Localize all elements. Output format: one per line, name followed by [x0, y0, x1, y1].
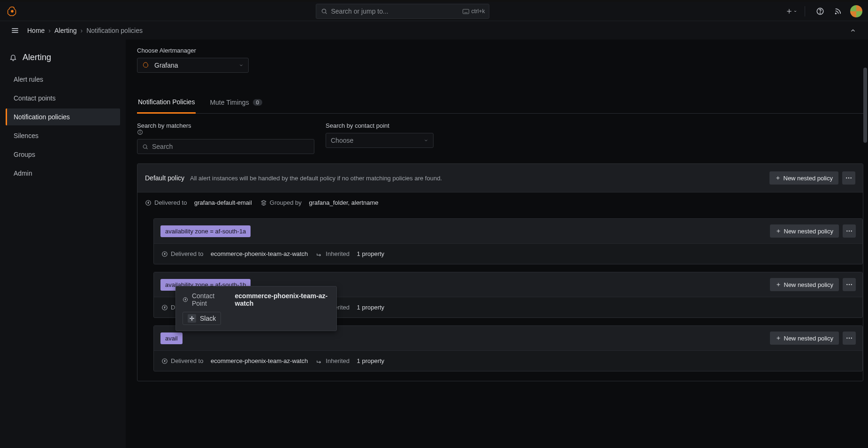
svg-point-1 — [322, 9, 326, 13]
crumb-alerting[interactable]: Alerting — [54, 27, 76, 34]
svg-point-27 — [846, 231, 847, 232]
hamburger-menu[interactable] — [8, 24, 22, 37]
tab-notification-policies[interactable]: Notification Policies — [137, 92, 196, 114]
chevron-down-icon — [424, 138, 428, 143]
sidebar-item-groups[interactable]: Groups — [6, 146, 120, 163]
user-avatar[interactable] — [850, 5, 862, 17]
svg-point-0 — [11, 10, 14, 13]
slack-icon — [188, 314, 196, 323]
search-cp-label: Search by contact point — [326, 122, 434, 129]
svg-line-2 — [325, 13, 327, 14]
new-nested-policy-button[interactable]: New nested policy — [770, 278, 839, 291]
search-matchers-input[interactable]: Search — [137, 139, 314, 154]
svg-point-20 — [846, 178, 847, 178]
new-nested-policy-button[interactable]: New nested policy — [770, 224, 839, 238]
svg-rect-3 — [463, 9, 469, 13]
search-cp-select[interactable]: Choose — [326, 133, 434, 148]
contact-point-popover: Contact Point ecommerce-phoenix-team-az-… — [175, 286, 337, 331]
svg-point-36 — [851, 284, 852, 285]
svg-point-29 — [851, 231, 852, 232]
policy-row: availability zone = af-south-1a New nest… — [153, 218, 863, 264]
svg-rect-48 — [191, 316, 192, 318]
sidebar-item-alert-rules[interactable]: Alert rules — [6, 71, 120, 88]
divider — [805, 6, 805, 16]
matcher-chip: avail — [160, 332, 183, 344]
grouped-by: Grouped by grafana_folder, alertname — [260, 199, 379, 206]
inherited: Inherited 1 property — [316, 250, 384, 257]
crumb-home[interactable]: Home — [27, 27, 45, 34]
svg-line-17 — [146, 147, 147, 148]
scrollbar[interactable] — [863, 39, 867, 448]
delivered-to: Delivered to grafana-default-email — [145, 199, 252, 206]
popover-label: Contact Point — [192, 292, 226, 307]
tab-mute-timings[interactable]: Mute Timings 0 — [209, 92, 263, 113]
matcher-chip: availability zone = af-south-1a — [160, 225, 251, 237]
svg-point-34 — [846, 284, 847, 285]
scrollbar-thumb[interactable] — [863, 68, 867, 143]
sidebar-item-admin[interactable]: Admin — [6, 165, 120, 182]
inherited: Inherited 1 property — [316, 357, 384, 364]
delivered-to: Delivered to ecommerce-phoenix-team-az-w… — [161, 250, 308, 257]
more-actions-button[interactable] — [843, 278, 856, 291]
chevron-down-icon — [239, 63, 244, 68]
svg-rect-49 — [190, 318, 192, 319]
new-nested-policy-button[interactable]: New nested policy — [770, 332, 839, 345]
more-actions-button[interactable] — [842, 171, 855, 185]
search-matchers-label: Search by matchers — [137, 122, 314, 135]
svg-point-42 — [849, 338, 850, 339]
rss-icon[interactable] — [831, 5, 845, 18]
sidebar-item-silences[interactable]: Silences — [6, 127, 120, 144]
svg-point-15 — [140, 131, 140, 131]
info-icon[interactable] — [137, 129, 314, 135]
svg-point-8 — [820, 13, 820, 13]
search-cp-placeholder: Choose — [331, 137, 353, 144]
svg-point-35 — [849, 284, 850, 285]
mute-timings-count: 0 — [253, 99, 262, 106]
choose-am-label: Choose Alertmanager — [137, 47, 863, 54]
search-shortcut: ctrl+k — [463, 8, 485, 15]
more-actions-button[interactable] — [843, 224, 856, 238]
search-icon — [142, 144, 148, 150]
popover-value: ecommerce-phoenix-team-az-watch — [235, 292, 330, 307]
sidebar-title: Alerting — [6, 53, 120, 71]
search-icon — [321, 8, 327, 15]
grafana-icon — [142, 62, 150, 69]
svg-point-43 — [851, 338, 852, 339]
crumb-sep: › — [81, 27, 83, 34]
crumb-current: Notification policies — [86, 27, 143, 34]
svg-rect-51 — [192, 318, 195, 319]
grafana-logo[interactable] — [6, 5, 19, 18]
delivered-to: Delivered to ecommerce-phoenix-team-az-w… — [161, 357, 308, 364]
svg-rect-50 — [191, 319, 192, 321]
search-placeholder: Search or jump to... — [331, 8, 388, 15]
search-matchers-placeholder: Search — [152, 143, 173, 150]
svg-point-22 — [851, 178, 852, 178]
svg-point-28 — [849, 231, 850, 232]
am-selected-value: Grafana — [154, 62, 178, 69]
global-search[interactable]: Search or jump to... ctrl+k — [316, 4, 489, 19]
svg-point-21 — [848, 178, 849, 178]
sidebar-item-contact-points[interactable]: Contact points — [6, 90, 120, 107]
alertmanager-select[interactable]: Grafana — [137, 58, 249, 73]
create-menu[interactable] — [785, 5, 798, 18]
crumb-sep: › — [48, 27, 51, 34]
default-policy-title: Default policy — [145, 174, 184, 182]
integration-tag: Slack — [183, 312, 221, 325]
svg-point-16 — [143, 145, 147, 148]
svg-point-41 — [846, 338, 847, 339]
collapse-button[interactable] — [846, 24, 860, 37]
more-actions-button[interactable] — [843, 332, 856, 345]
sidebar-item-notification-policies[interactable]: Notification policies — [6, 108, 120, 125]
new-nested-policy-button[interactable]: New nested policy — [769, 171, 839, 185]
help-icon[interactable] — [814, 5, 827, 18]
bell-icon — [9, 54, 18, 62]
svg-point-9 — [835, 13, 836, 14]
default-policy-desc: All alert instances will be handled by t… — [190, 175, 442, 182]
